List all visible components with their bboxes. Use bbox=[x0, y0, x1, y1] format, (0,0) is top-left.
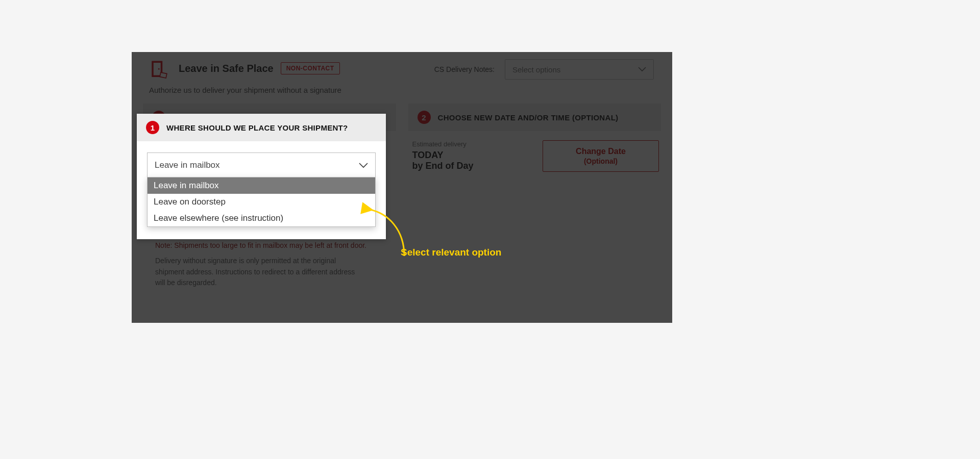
option-doorstep[interactable]: Leave on doorstep bbox=[148, 194, 375, 210]
option-mailbox[interactable]: Leave in mailbox bbox=[148, 177, 375, 194]
popup-step-number: 1 bbox=[146, 121, 159, 134]
popup-step-header: 1 WHERE SHOULD WE PLACE YOUR SHIPMENT? bbox=[137, 114, 386, 141]
placement-dropdown: Leave in mailbox Leave on doorstep Leave… bbox=[147, 177, 376, 227]
popup-placement-select[interactable]: Leave in mailbox bbox=[147, 152, 376, 178]
placement-popup: 1 WHERE SHOULD WE PLACE YOUR SHIPMENT? L… bbox=[137, 114, 386, 239]
popup-step-title: WHERE SHOULD WE PLACE YOUR SHIPMENT? bbox=[166, 123, 348, 132]
chevron-down-icon bbox=[359, 163, 368, 168]
option-elsewhere[interactable]: Leave elsewhere (see instruction) bbox=[148, 210, 375, 226]
popup-placement-selected: Leave in mailbox bbox=[155, 160, 220, 170]
